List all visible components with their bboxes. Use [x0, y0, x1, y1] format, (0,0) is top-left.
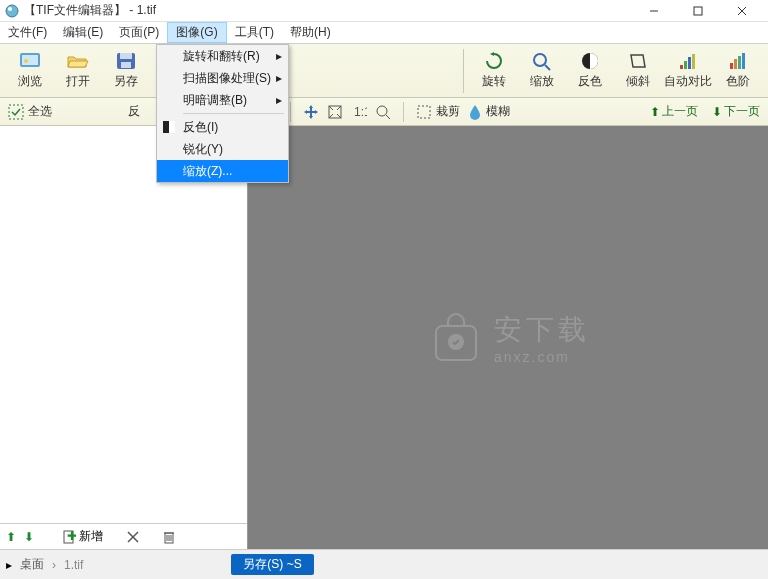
menu-image[interactable]: 图像(G) — [167, 22, 226, 43]
preview-icon — [18, 51, 42, 71]
sub-toolbar: 全选 反 1:1 栽剪 模糊 ⬆ 上一页 ⬇ 下一页 — [0, 98, 768, 126]
prev-page-button[interactable]: ⬆ 上一页 — [650, 103, 698, 120]
save-icon — [114, 51, 138, 71]
actual-icon: 1:1 — [351, 104, 367, 120]
delete-button[interactable] — [127, 531, 139, 543]
selectall-icon — [8, 104, 24, 120]
move-down-button[interactable]: ⬇ — [24, 530, 34, 544]
levels-button[interactable]: 色阶 — [716, 47, 760, 95]
skew-icon — [627, 51, 649, 71]
svg-text:1:1: 1:1 — [354, 105, 367, 119]
trash-icon — [163, 530, 175, 544]
invert-selection-button[interactable]: 反 — [128, 103, 140, 120]
image-dropdown: 旋转和翻转(R) ▸ 扫描图像处理(S) ▸ 明暗调整(B) ▸ 反色(I) 锐… — [156, 44, 289, 183]
move-icon — [303, 104, 319, 120]
toolbar-separator — [463, 49, 464, 93]
svg-rect-17 — [680, 65, 683, 69]
blur-button[interactable]: 模糊 — [468, 103, 510, 120]
open-button[interactable]: 打开 — [56, 47, 100, 95]
svg-text:✚: ✚ — [67, 530, 76, 543]
svg-rect-21 — [730, 63, 733, 69]
zoom-button[interactable]: 缩放 — [520, 47, 564, 95]
skew-button[interactable]: 倾斜 — [616, 47, 660, 95]
dd-brightness[interactable]: 明暗调整(B) ▸ — [157, 89, 288, 111]
breadcrumb[interactable]: 桌面 — [12, 554, 52, 575]
svg-rect-24 — [742, 53, 745, 69]
svg-rect-25 — [9, 105, 23, 119]
move-up-button[interactable]: ⬆ — [6, 530, 16, 544]
preview-button[interactable]: 浏览 — [8, 47, 52, 95]
svg-rect-18 — [684, 61, 687, 69]
window-title: 【TIF文件编辑器】 - 1.tif — [24, 2, 632, 19]
magnify-tool[interactable] — [375, 104, 391, 120]
menu-edit[interactable]: 编辑(E) — [55, 22, 111, 43]
delete-icon — [127, 531, 139, 543]
menubar: 文件(F) 编辑(E) 页面(P) 图像(G) 工具(T) 帮助(H) — [0, 22, 768, 44]
svg-rect-12 — [120, 53, 132, 59]
magnify-icon — [375, 104, 391, 120]
svg-rect-7 — [169, 121, 175, 133]
zoom-icon — [531, 51, 553, 71]
svg-point-1 — [8, 7, 12, 11]
invert-icon — [579, 51, 601, 71]
workspace: ⬆ ⬇ ✚ 新增 安下载 anxz.com — [0, 126, 768, 549]
chevron-right-icon: ▸ — [276, 71, 282, 85]
arrow-up-icon: ⬆ — [650, 105, 660, 119]
arrow-down-icon: ⬇ — [712, 105, 722, 119]
svg-rect-3 — [694, 7, 702, 15]
menu-tools[interactable]: 工具(T) — [227, 22, 282, 43]
svg-rect-30 — [418, 106, 430, 118]
selectall-button[interactable]: 全选 — [8, 103, 52, 120]
move-tool[interactable] — [303, 104, 319, 120]
crop-button[interactable]: 栽剪 — [416, 103, 460, 120]
window-controls — [632, 1, 764, 21]
blur-icon — [468, 104, 482, 120]
trash-button[interactable] — [163, 530, 175, 544]
subtoolbar-separator — [290, 102, 291, 122]
dd-rotate-flip[interactable]: 旋转和翻转(R) ▸ — [157, 45, 288, 67]
rotate-button[interactable]: 旋转 — [472, 47, 516, 95]
dd-invert[interactable]: 反色(I) — [157, 116, 288, 138]
dropdown-separator — [183, 113, 284, 114]
statusbar: ▸ 桌面 › 1.tif 另存(S) ~S — [0, 549, 768, 579]
svg-point-10 — [24, 59, 28, 63]
watermark-icon — [426, 308, 486, 368]
svg-rect-19 — [688, 57, 691, 69]
svg-rect-23 — [738, 56, 741, 69]
rotate-icon — [483, 51, 505, 71]
titlebar: 【TIF文件编辑器】 - 1.tif — [0, 0, 768, 22]
fit-tool[interactable] — [327, 104, 343, 120]
canvas[interactable]: 安下载 anxz.com — [248, 126, 768, 549]
svg-point-0 — [6, 5, 18, 17]
saveas-status-button[interactable]: 另存(S) ~S — [231, 554, 313, 575]
dd-zoom[interactable]: 缩放(Z)... — [157, 160, 288, 182]
add-page-button[interactable]: ✚ 新增 — [62, 528, 103, 545]
autocontrast-button[interactable]: 自动对比 — [664, 47, 712, 95]
breadcrumb-file[interactable]: 1.tif — [56, 556, 91, 574]
svg-point-28 — [377, 106, 387, 116]
dd-scan-process[interactable]: 扫描图像处理(S) ▸ — [157, 67, 288, 89]
next-page-button[interactable]: ⬇ 下一页 — [712, 103, 760, 120]
maximize-button[interactable] — [676, 1, 720, 21]
app-icon — [4, 3, 20, 19]
crop-icon — [416, 104, 432, 120]
svg-rect-20 — [692, 54, 695, 69]
chevron-right-icon: ▸ — [276, 93, 282, 107]
subtoolbar-separator — [403, 102, 404, 122]
svg-line-15 — [545, 65, 550, 70]
close-button[interactable] — [720, 1, 764, 21]
invert-icon — [161, 121, 177, 133]
chevron-right-icon: ▸ — [276, 49, 282, 63]
dd-sharpen[interactable]: 锐化(Y) — [157, 138, 288, 160]
left-panel: ⬆ ⬇ ✚ 新增 — [0, 126, 248, 549]
invert-button[interactable]: 反色 — [568, 47, 612, 95]
thumbnail-list[interactable] — [0, 126, 247, 523]
minimize-button[interactable] — [632, 1, 676, 21]
contrast-icon — [677, 51, 699, 71]
menu-help[interactable]: 帮助(H) — [282, 22, 339, 43]
menu-page[interactable]: 页面(P) — [111, 22, 167, 43]
saveas-button[interactable]: 另存 — [104, 47, 148, 95]
menu-file[interactable]: 文件(F) — [0, 22, 55, 43]
actual-size-tool[interactable]: 1:1 — [351, 104, 367, 120]
left-panel-footer: ⬆ ⬇ ✚ 新增 — [0, 523, 247, 549]
